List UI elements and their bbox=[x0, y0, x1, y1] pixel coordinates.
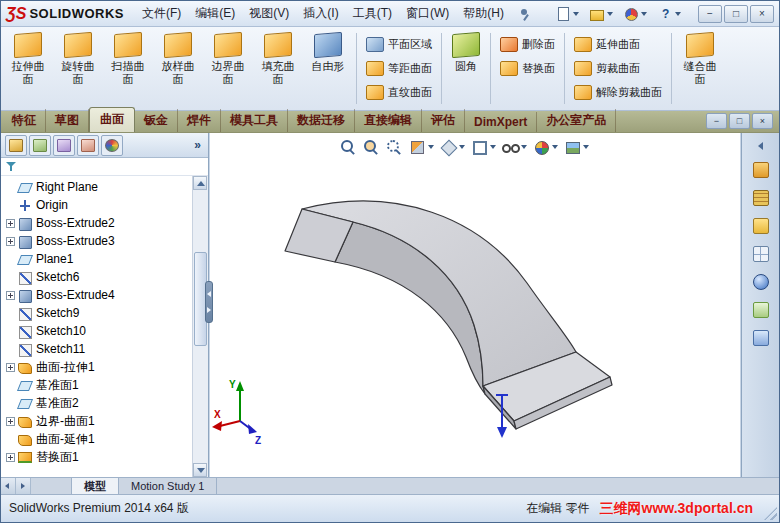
expand-toggle[interactable] bbox=[6, 453, 15, 462]
menu-item[interactable]: 插入(I) bbox=[296, 2, 345, 25]
quick-tool-button[interactable] bbox=[553, 5, 581, 23]
tree-item[interactable]: 基准面2 bbox=[1, 394, 193, 412]
command-tab[interactable]: 办公室产品 bbox=[537, 109, 616, 132]
ribbon-button[interactable]: 直纹曲面 bbox=[360, 80, 438, 104]
menu-item[interactable]: 视图(V) bbox=[242, 2, 296, 25]
task-pane-button[interactable] bbox=[750, 327, 772, 349]
ribbon-button[interactable]: 延伸曲面 bbox=[568, 32, 668, 56]
expand-toggle[interactable] bbox=[6, 291, 15, 300]
dropdown-arrow-icon[interactable] bbox=[675, 12, 681, 16]
menu-item[interactable]: 窗口(W) bbox=[399, 2, 456, 25]
ribbon-button[interactable]: 平面区域 bbox=[360, 32, 438, 56]
expand-toggle[interactable] bbox=[6, 363, 15, 372]
expand-toggle[interactable] bbox=[6, 219, 15, 228]
view-tool-button[interactable] bbox=[361, 137, 381, 157]
task-pane-button[interactable] bbox=[750, 271, 772, 293]
dropdown-arrow-icon[interactable] bbox=[607, 12, 613, 16]
model-viewport[interactable]: Y X Z bbox=[210, 133, 740, 477]
command-tab[interactable]: 特征 bbox=[3, 109, 46, 132]
ribbon-button[interactable]: 自由形 bbox=[303, 29, 353, 108]
dropdown-arrow-icon[interactable] bbox=[641, 12, 647, 16]
command-tab[interactable]: 评估 bbox=[422, 109, 465, 132]
view-tool-button[interactable] bbox=[562, 137, 590, 157]
doc-close-button[interactable]: × bbox=[752, 113, 773, 129]
ribbon-button[interactable]: 放样曲面 bbox=[153, 29, 203, 108]
minimize-button[interactable]: − bbox=[698, 5, 722, 23]
menu-item[interactable]: 帮助(H) bbox=[456, 2, 511, 25]
command-tab[interactable]: 草图 bbox=[46, 109, 89, 132]
expand-toggle[interactable] bbox=[6, 417, 15, 426]
doc-restore-button[interactable]: □ bbox=[729, 113, 750, 129]
command-tab[interactable]: 直接编辑 bbox=[355, 109, 422, 132]
tree-item[interactable]: 边界-曲面1 bbox=[1, 412, 193, 430]
ribbon-button[interactable]: 扫描曲面 bbox=[103, 29, 153, 108]
expand-toggle[interactable] bbox=[6, 237, 15, 246]
task-pane-button[interactable] bbox=[750, 299, 772, 321]
tree-item[interactable]: Boss-Extrude4 bbox=[1, 286, 193, 304]
dropdown-arrow-icon[interactable] bbox=[459, 145, 465, 149]
panel-tab[interactable] bbox=[5, 135, 27, 156]
dropdown-arrow-icon[interactable] bbox=[583, 145, 589, 149]
graphics-area[interactable]: Y X Z bbox=[210, 133, 740, 477]
tree-item[interactable]: Sketch9 bbox=[1, 304, 193, 322]
quick-tool-button[interactable] bbox=[655, 5, 683, 23]
ribbon-button[interactable]: 等距曲面 bbox=[360, 56, 438, 80]
dropdown-arrow-icon[interactable] bbox=[428, 145, 434, 149]
tree-item[interactable]: Boss-Extrude2 bbox=[1, 214, 193, 232]
command-tab[interactable]: 数据迁移 bbox=[288, 109, 355, 132]
dropdown-arrow-icon[interactable] bbox=[521, 145, 527, 149]
document-tab[interactable]: 模型 bbox=[71, 478, 119, 494]
tree-filter-bar[interactable] bbox=[1, 158, 208, 176]
ribbon-button[interactable]: 拉伸曲面 bbox=[3, 29, 53, 108]
tree-item[interactable]: Plane1 bbox=[1, 250, 193, 268]
task-pane-button[interactable] bbox=[750, 215, 772, 237]
tab-scroll-left-button[interactable] bbox=[1, 478, 16, 494]
scrollbar-up-button[interactable] bbox=[193, 176, 207, 190]
panel-tab[interactable] bbox=[53, 135, 75, 156]
ribbon-button[interactable]: 剪裁曲面 bbox=[568, 56, 668, 80]
task-pane-button[interactable] bbox=[750, 187, 772, 209]
dropdown-arrow-icon[interactable] bbox=[490, 145, 496, 149]
tree-item[interactable]: 曲面-延伸1 bbox=[1, 430, 193, 448]
ribbon-button[interactable]: 删除面 bbox=[494, 32, 561, 56]
dropdown-arrow-icon[interactable] bbox=[552, 145, 558, 149]
command-tab[interactable]: 曲面 bbox=[89, 107, 135, 132]
view-tool-button[interactable] bbox=[500, 137, 528, 157]
task-pane-button[interactable] bbox=[750, 159, 772, 181]
ribbon-button[interactable]: 边界曲面 bbox=[203, 29, 253, 108]
tree-item[interactable]: 曲面-拉伸1 bbox=[1, 358, 193, 376]
view-tool-button[interactable] bbox=[469, 137, 497, 157]
menu-item[interactable]: 编辑(E) bbox=[188, 2, 242, 25]
close-button[interactable]: × bbox=[750, 5, 774, 23]
ribbon-button[interactable]: 旋转曲面 bbox=[53, 29, 103, 108]
tree-item[interactable]: Sketch6 bbox=[1, 268, 193, 286]
panel-tab[interactable] bbox=[101, 135, 123, 156]
panel-splitter[interactable] bbox=[205, 281, 213, 323]
tree-item[interactable]: Right Plane bbox=[1, 178, 193, 196]
quick-tool-button[interactable] bbox=[587, 5, 615, 23]
model-3d-part[interactable] bbox=[285, 201, 612, 429]
view-tool-button[interactable] bbox=[438, 137, 466, 157]
command-tab[interactable]: 模具工具 bbox=[221, 109, 288, 132]
tree-item[interactable]: 基准面1 bbox=[1, 376, 193, 394]
ribbon-button[interactable]: 填充曲面 bbox=[253, 29, 303, 108]
pushpin-icon[interactable] bbox=[518, 7, 532, 21]
menu-item[interactable]: 工具(T) bbox=[346, 2, 399, 25]
command-tab[interactable]: 钣金 bbox=[135, 109, 178, 132]
panel-tab[interactable] bbox=[29, 135, 51, 156]
dropdown-arrow-icon[interactable] bbox=[573, 12, 579, 16]
ribbon-button[interactable]: 解除剪裁曲面 bbox=[568, 80, 668, 104]
task-pane-button[interactable] bbox=[750, 243, 772, 265]
ribbon-button[interactable]: 替换面 bbox=[494, 56, 561, 80]
ribbon-button-knit[interactable]: 缝合曲面 bbox=[675, 29, 725, 108]
tree-item[interactable]: Origin bbox=[1, 196, 193, 214]
panel-tab[interactable] bbox=[77, 135, 99, 156]
ribbon-button-fillet[interactable]: 圆角 bbox=[445, 29, 487, 108]
document-tab[interactable]: Motion Study 1 bbox=[119, 478, 217, 494]
view-tool-button[interactable] bbox=[531, 137, 559, 157]
tree-item[interactable]: Sketch11 bbox=[1, 340, 193, 358]
tab-scroll-right-button[interactable] bbox=[16, 478, 31, 494]
resize-grip[interactable] bbox=[764, 507, 777, 520]
quick-tool-button[interactable] bbox=[621, 5, 649, 23]
tree-item[interactable]: Boss-Extrude3 bbox=[1, 232, 193, 250]
